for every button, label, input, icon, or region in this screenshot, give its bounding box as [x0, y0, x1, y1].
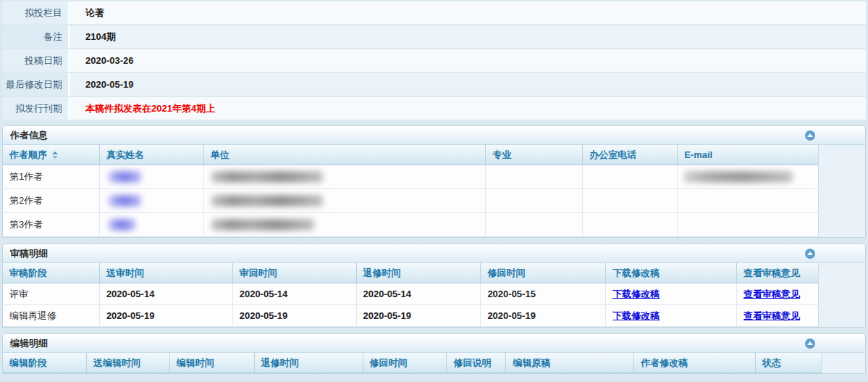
edit-table-header: 编辑阶段 送编辑时间 编辑时间 退修时间 修回时间 修回说明 编辑原稿 作者修改… — [3, 353, 821, 373]
column-header-edit-stage: 编辑阶段 — [3, 353, 86, 373]
column-header-edit-time: 编辑时间 — [169, 353, 254, 373]
redacted-email — [684, 171, 793, 183]
chevron-up-icon — [807, 341, 813, 345]
edit-panel-header: 编辑明细 — [3, 334, 865, 353]
author-name-cell — [99, 165, 203, 188]
edit-panel-title: 编辑明细 — [10, 338, 48, 349]
edit-detail-panel: 编辑明细 编辑阶段 送编辑时间 编辑时间 退修时间 修回时间 修回说明 编辑原稿… — [2, 333, 866, 374]
info-value: 论著 — [70, 1, 866, 24]
table-row: 第2作者 — [3, 189, 818, 213]
author-unit-cell — [203, 189, 486, 212]
author-unit-cell — [203, 213, 486, 236]
column-header-download: 下载修改稿 — [605, 263, 736, 283]
info-value: 2104期 — [70, 25, 866, 48]
review-detail-panel: 审稿明细 审稿阶段 送审时间 审回时间 退修时间 修回时间 下载修改稿 查看审稿… — [2, 244, 866, 328]
sent-time-cell: 2020-05-14 — [99, 283, 232, 304]
author-email-cell — [677, 213, 818, 236]
info-row-submit-date: 投稿日期 2020-03-26 — [2, 49, 866, 72]
sent-time-cell: 2020-05-19 — [99, 305, 232, 326]
info-label: 备注 — [2, 25, 70, 48]
planned-issue-alert: 本稿件拟发表在2021年第4期上 — [70, 97, 866, 120]
collapse-button[interactable] — [805, 249, 815, 259]
column-header-revision-time: 退修时间 — [356, 263, 481, 283]
author-email-cell — [677, 189, 818, 212]
returned-time-cell: 2020-05-14 — [232, 283, 356, 304]
info-row-last-modified: 最后修改日期 2020-05-19 — [2, 73, 866, 96]
redacted-unit — [211, 195, 323, 207]
edit-table: 编辑阶段 送编辑时间 编辑时间 退修时间 修回时间 修回说明 编辑原稿 作者修改… — [3, 353, 822, 373]
info-label: 拟投栏目 — [2, 1, 70, 24]
returned-time-cell: 2020-05-19 — [232, 305, 356, 326]
author-order-cell: 第2作者 — [3, 189, 99, 212]
revision-time-cell: 2020-05-14 — [356, 283, 481, 304]
view-review-opinion-link[interactable]: 查看审稿意见 — [743, 310, 800, 323]
revised-time-cell: 2020-05-15 — [480, 283, 605, 304]
revised-time-cell: 2020-05-19 — [480, 305, 605, 326]
sort-icon[interactable] — [52, 151, 58, 159]
redacted-name — [108, 195, 141, 207]
author-unit-cell — [203, 165, 486, 188]
review-panel-header: 审稿明细 — [3, 244, 865, 263]
info-value: 2020-03-26 — [70, 49, 866, 72]
info-row-column: 拟投栏目 论著 — [2, 1, 866, 24]
view-review-opinion-link[interactable]: 查看审稿意见 — [743, 288, 800, 301]
author-table-header: 作者顺序 真实姓名 单位 专业 办公室电话 E-mail — [3, 145, 818, 165]
column-header-status: 状态 — [755, 353, 821, 373]
column-header-revised-time: 修回时间 — [363, 353, 447, 373]
table-row: 第3作者 — [3, 213, 818, 237]
author-name-cell — [99, 213, 203, 236]
column-header-view-opinion: 查看审稿意见 — [736, 263, 818, 283]
manuscript-info: 拟投栏目 论著 备注 2104期 投稿日期 2020-03-26 最后修改日期 … — [0, 0, 868, 120]
review-table: 审稿阶段 送审时间 审回时间 退修时间 修回时间 下载修改稿 查看审稿意见 评审… — [3, 263, 819, 327]
author-email-cell — [677, 165, 818, 188]
collapse-button[interactable] — [805, 130, 815, 141]
column-header-office-phone: 办公室电话 — [582, 145, 677, 165]
column-header-unit: 单位 — [203, 145, 486, 165]
author-specialty-cell — [485, 165, 582, 188]
author-table: 作者顺序 真实姓名 单位 专业 办公室电话 E-mail 第1作者 第2作者 — [3, 145, 819, 237]
chevron-up-icon — [807, 252, 813, 255]
column-header-email: E-mail — [677, 145, 818, 165]
author-panel-header: 作者信息 — [3, 126, 865, 145]
column-header-returned-time: 审回时间 — [232, 263, 356, 283]
redacted-name — [108, 171, 141, 183]
author-order-cell: 第1作者 — [3, 165, 99, 188]
redacted-unit — [211, 219, 314, 231]
download-revision-link[interactable]: 下载修改稿 — [612, 288, 660, 301]
column-header-revised-time: 修回时间 — [480, 263, 605, 283]
collapse-button[interactable] — [805, 339, 815, 349]
info-row-planned-issue: 拟发行刊期 本稿件拟发表在2021年第4期上 — [2, 97, 866, 120]
info-value: 2020-05-19 — [70, 73, 866, 96]
review-stage-cell: 编辑再退修 — [3, 305, 99, 326]
redacted-name — [108, 219, 135, 231]
column-header-revision-note: 修回说明 — [446, 353, 505, 373]
column-header-sent-time: 送审时间 — [99, 263, 232, 283]
column-header-revision-time: 退修时间 — [254, 353, 363, 373]
author-info-panel: 作者信息 作者顺序 真实姓名 单位 专业 办公室电话 E-mail 第1作者 第… — [2, 125, 866, 238]
info-label: 投稿日期 — [2, 49, 70, 72]
download-revision-link[interactable]: 下载修改稿 — [612, 310, 660, 323]
author-specialty-cell — [485, 213, 582, 236]
chevron-up-icon — [807, 133, 813, 137]
review-panel-title: 审稿明细 — [10, 248, 48, 259]
author-order-cell: 第3作者 — [3, 213, 99, 236]
table-row: 评审 2020-05-14 2020-05-14 2020-05-14 2020… — [3, 283, 818, 305]
author-phone-cell — [582, 165, 677, 188]
table-row: 编辑再退修 2020-05-19 2020-05-19 2020-05-19 2… — [3, 305, 818, 327]
table-row: 第1作者 — [3, 165, 818, 189]
info-row-remark: 备注 2104期 — [2, 25, 866, 48]
column-header-review-stage: 审稿阶段 — [3, 263, 99, 283]
author-phone-cell — [582, 213, 677, 236]
review-stage-cell: 评审 — [3, 283, 99, 304]
revision-time-cell: 2020-05-19 — [356, 305, 481, 326]
info-label: 最后修改日期 — [2, 73, 70, 96]
author-panel-title: 作者信息 — [10, 130, 48, 141]
review-table-header: 审稿阶段 送审时间 审回时间 退修时间 修回时间 下载修改稿 查看审稿意见 — [3, 263, 818, 283]
column-header-real-name: 真实姓名 — [99, 145, 203, 165]
column-header-author-order[interactable]: 作者顺序 — [3, 145, 99, 165]
column-header-author-revision: 作者修改稿 — [633, 353, 755, 373]
column-header-sent-edit-time: 送编辑时间 — [86, 353, 169, 373]
author-name-cell — [99, 189, 203, 212]
info-label: 拟发行刊期 — [2, 97, 70, 120]
column-header-original-manuscript: 编辑原稿 — [505, 353, 633, 373]
